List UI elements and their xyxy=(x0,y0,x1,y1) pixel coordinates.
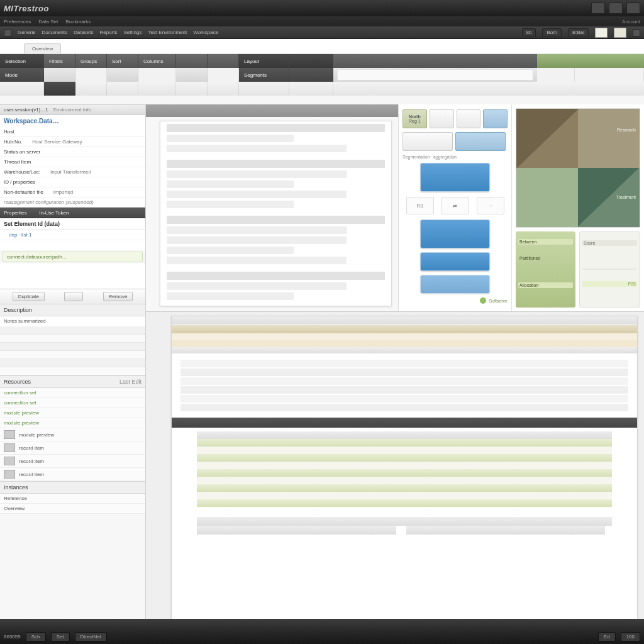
ribbon-cell[interactable] xyxy=(75,68,107,82)
toolbar-selector[interactable] xyxy=(595,28,608,38)
section-label: Resources xyxy=(4,379,31,385)
quadrant-chart[interactable]: Research Treatment xyxy=(516,108,640,228)
ribbon-cell[interactable] xyxy=(138,68,176,82)
ribbon-cell[interactable]: Layout xyxy=(239,54,289,68)
toolbar-item[interactable]: Test Environment xyxy=(148,30,187,35)
ribbon-cell[interactable] xyxy=(176,54,208,68)
region-chip[interactable] xyxy=(483,109,508,128)
titlebar-icon[interactable] xyxy=(626,3,640,14)
ribbon-cell[interactable]: Sort xyxy=(107,54,138,68)
settings-icon[interactable] xyxy=(633,29,640,36)
diagram-panel: NorthReg 1 Segmentation · aggregation R3… xyxy=(399,104,512,311)
taskbar-button[interactable]: Sch xyxy=(26,632,46,641)
toolbar-chip[interactable]: 80 xyxy=(522,28,536,37)
summary-card: Between Partitioned Allocation xyxy=(516,231,575,308)
remove-button[interactable]: Remove xyxy=(103,292,133,301)
flow-node[interactable] xyxy=(420,163,490,192)
ribbon-cell[interactable] xyxy=(289,82,333,96)
prop-label: ID / properties xyxy=(4,179,35,185)
list-item[interactable]: Reference xyxy=(0,494,145,504)
list-item[interactable]: Overview xyxy=(0,504,145,514)
toolbar-item[interactable]: Datasets xyxy=(74,30,94,35)
search-input[interactable] xyxy=(337,69,533,80)
toolbar-item[interactable]: Reports xyxy=(100,30,118,35)
tool-icon[interactable]: R3 xyxy=(406,197,434,214)
ribbon-cell[interactable] xyxy=(107,68,138,82)
ribbon-cell[interactable] xyxy=(75,82,107,96)
taskbar-button[interactable]: Set xyxy=(51,632,70,641)
swap-icon[interactable]: ⇄ xyxy=(441,197,469,214)
region-chip[interactable] xyxy=(455,132,506,151)
records-pane[interactable] xyxy=(171,316,638,625)
sub-tab[interactable]: Overview xyxy=(24,43,61,53)
menu-account[interactable]: Account xyxy=(622,19,640,25)
list-item[interactable]: connection set xyxy=(0,398,145,408)
sidebar-section: Resources Last Edit xyxy=(0,375,145,388)
titlebar-icon[interactable] xyxy=(591,3,605,14)
ribbon-cell[interactable]: Groups xyxy=(75,54,107,68)
list-item[interactable]: connection set xyxy=(0,388,145,398)
list-item[interactable]: module.preview xyxy=(0,418,145,428)
section-label: In-Use Token xyxy=(39,210,69,216)
toolbar-chip[interactable]: B:Bal xyxy=(568,28,589,37)
flow-node[interactable] xyxy=(420,252,490,271)
region-chip[interactable] xyxy=(430,109,454,128)
list-item[interactable]: record item xyxy=(0,441,145,455)
ribbon-cell[interactable] xyxy=(138,82,176,96)
flow-node[interactable] xyxy=(420,275,490,294)
element-sub[interactable]: dep · list 1 xyxy=(0,230,145,240)
toolbar-chip[interactable]: Both xyxy=(542,28,561,37)
ribbon-cell[interactable] xyxy=(289,54,333,68)
leaf-icon xyxy=(480,297,486,304)
ribbon-cell[interactable] xyxy=(239,82,289,96)
toolbar-item[interactable]: Documents xyxy=(42,30,67,35)
home-icon[interactable] xyxy=(4,29,11,36)
ribbon-cell[interactable] xyxy=(289,68,333,82)
ribbon-cell[interactable]: Columns xyxy=(138,54,176,68)
ribbon-cell[interactable] xyxy=(575,68,644,82)
ribbon-cell[interactable]: Mode xyxy=(0,68,44,82)
ribbon-cell[interactable]: Selection xyxy=(0,54,44,68)
region-chip[interactable] xyxy=(402,132,453,151)
list-item[interactable]: record item xyxy=(0,468,145,481)
toolbar-item[interactable]: General xyxy=(18,30,35,35)
ribbon-cell[interactable] xyxy=(0,82,44,96)
ribbon-cell[interactable] xyxy=(107,82,138,96)
menu-item[interactable]: Preferences xyxy=(4,19,31,25)
list-item[interactable]: record item xyxy=(0,455,145,468)
toolbar-item[interactable]: Settings xyxy=(124,30,142,35)
document-preview[interactable] xyxy=(146,104,399,311)
datasource-link[interactable]: connect.datasource/path… xyxy=(3,252,143,262)
ribbon-cell[interactable] xyxy=(44,82,75,96)
taskbar-button[interactable]: 100 xyxy=(621,632,640,641)
prop-label: Host xyxy=(4,129,14,135)
ribbon-cell[interactable] xyxy=(176,68,208,82)
summary-card: Score P25 xyxy=(579,231,640,308)
region-chip[interactable]: NorthReg 1 xyxy=(402,109,427,128)
menu-item[interactable]: Bookmarks xyxy=(65,19,91,25)
sidebar-section: Instances xyxy=(0,481,145,494)
menu-item[interactable]: Data Set xyxy=(38,19,58,25)
ribbon-cell[interactable] xyxy=(208,54,239,68)
section-label: Last Edit xyxy=(119,379,142,385)
taskbar-button[interactable]: Ed xyxy=(598,632,616,641)
duplicate-button[interactable]: Duplicate xyxy=(13,292,45,301)
ribbon-cell[interactable]: Filters xyxy=(44,54,75,68)
taskbar-button[interactable]: DirectNet xyxy=(75,632,107,641)
ribbon-cell[interactable] xyxy=(208,68,239,82)
toolbar-selector[interactable] xyxy=(614,28,626,38)
toolbar-item[interactable]: Workspace xyxy=(193,30,218,35)
flow-node[interactable] xyxy=(420,219,490,248)
ribbon-cell[interactable] xyxy=(44,68,75,82)
more-icon[interactable]: ··· xyxy=(477,197,504,214)
list-item[interactable]: module.preview xyxy=(0,428,145,441)
title-bar: MITrestroo xyxy=(0,0,644,16)
list-item[interactable]: module.preview xyxy=(0,408,145,418)
action-button[interactable] xyxy=(64,292,83,301)
ribbon-cell[interactable] xyxy=(208,82,239,96)
ribbon-cell[interactable] xyxy=(176,82,208,96)
ribbon-cell[interactable]: Segments xyxy=(239,68,289,82)
region-chip[interactable] xyxy=(457,109,481,128)
titlebar-icon[interactable] xyxy=(609,3,623,14)
ribbon-cell[interactable] xyxy=(537,68,575,82)
